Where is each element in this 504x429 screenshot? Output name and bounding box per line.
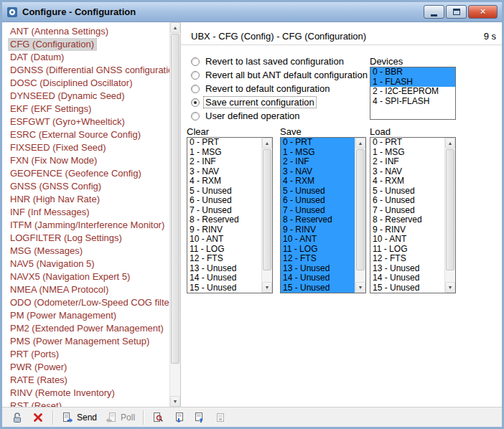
config-item[interactable]: 9 - RINV — [370, 225, 444, 235]
sidebar-item[interactable]: ODO (Odometer/Low-Speed COG filter) — [8, 296, 169, 309]
config-item[interactable]: 11 - LOG — [370, 245, 444, 255]
load-scrollbar[interactable]: ▲▼ — [444, 138, 455, 293]
device-item[interactable]: 4 - SPI-FLASH — [370, 97, 455, 107]
save-scroll-track[interactable] — [355, 148, 365, 282]
sidebar-item[interactable]: RATE (Rates) — [8, 374, 169, 387]
config-item[interactable]: 9 - RINV — [187, 225, 261, 235]
sidebar-item[interactable]: LOGFILTER (Log Settings) — [8, 232, 169, 245]
config-item[interactable]: 13 - Unused — [187, 264, 261, 274]
scroll-thumb[interactable] — [263, 149, 271, 270]
scroll-up-icon[interactable]: ▲ — [262, 138, 272, 148]
scroll-down-icon[interactable]: ▼ — [262, 282, 272, 293]
sidebar-item[interactable]: CFG (Configuration) — [8, 38, 169, 51]
record-icon[interactable] — [214, 411, 227, 424]
config-item[interactable]: 4 - RXM — [187, 176, 261, 187]
sidebar-item[interactable]: RST (Reset) — [8, 400, 169, 407]
scroll-down-icon[interactable]: ▼ — [445, 282, 455, 293]
config-item[interactable]: 6 - Unused — [370, 196, 444, 206]
sidebar-item[interactable]: PRT (Ports) — [8, 348, 169, 361]
scroll-down-icon[interactable]: ▼ — [170, 396, 180, 407]
sidebar-item[interactable]: DYNSEED (Dynamic Seed) — [8, 90, 169, 103]
titlebar[interactable]: Configure - Configuration ✕ — [2, 2, 502, 22]
radio-revert-all-but-ant-default-configuration[interactable]: Revert all but ANT default configuration — [191, 68, 369, 82]
config-item[interactable]: 12 - FTS — [281, 254, 355, 264]
config-item[interactable]: 2 - INF — [370, 157, 444, 167]
radio-revert-to-default-configuration[interactable]: Revert to default configuration — [191, 82, 369, 95]
radio-revert-to-last-saved-configuration[interactable]: Revert to last saved configuration — [191, 55, 369, 68]
load-listbox[interactable]: 0 - PRT1 - MSG2 - INF3 - NAV4 - RXM5 - U… — [370, 137, 456, 293]
config-item[interactable]: 5 - Unused — [187, 187, 261, 197]
config-item[interactable]: 14 - Unused — [370, 273, 444, 283]
scroll-thumb[interactable] — [356, 149, 365, 270]
poll-button[interactable]: Poll — [105, 411, 135, 424]
sidebar-item[interactable]: ITFM (Jamming/Interference Monitor) — [8, 219, 169, 232]
maximize-button[interactable] — [446, 5, 467, 19]
config-item[interactable]: 2 - INF — [281, 157, 355, 167]
send-button[interactable]: Send — [61, 411, 97, 424]
clear-listbox[interactable]: 0 - PRT1 - MSG2 - INF3 - NAV4 - RXM5 - U… — [187, 137, 273, 293]
save-listbox[interactable]: 0 - PRT1 - MSG2 - INF3 - NAV4 - RXM5 - U… — [280, 137, 366, 293]
sidebar-item[interactable]: PMS (Power Management Setup) — [8, 335, 169, 348]
config-item[interactable]: 10 - ANT — [187, 235, 261, 245]
config-item[interactable]: 1 - MSG — [370, 148, 444, 158]
sidebar-item[interactable]: ESRC (External Source Config) — [8, 128, 169, 141]
sidebar-item[interactable]: NAVX5 (Navigation Expert 5) — [8, 270, 169, 283]
close-button[interactable]: ✕ — [468, 5, 498, 19]
load-config-icon[interactable] — [172, 411, 185, 424]
scroll-up-icon[interactable]: ▲ — [355, 138, 365, 148]
config-item[interactable]: 10 - ANT — [370, 235, 444, 245]
minimize-button[interactable] — [424, 5, 444, 19]
device-item[interactable]: 2 - I2C-EEPROM — [370, 87, 455, 97]
sidebar-item[interactable]: FIXSEED (Fixed Seed) — [8, 141, 169, 154]
sidebar-item[interactable]: GNSS (GNSS Config) — [8, 180, 169, 193]
lock-icon[interactable] — [11, 411, 24, 424]
sidebar-item[interactable]: ESFGWT (Gyro+Wheeltick) — [8, 116, 169, 128]
devices-listbox[interactable]: 0 - BBR1 - FLASH2 - I2C-EEPROM4 - SPI-FL… — [370, 67, 456, 120]
scroll-up-icon[interactable]: ▲ — [445, 138, 455, 148]
config-item[interactable]: 13 - Unused — [370, 264, 444, 274]
sidebar-item[interactable]: HNR (High Nav Rate) — [8, 193, 169, 206]
config-item[interactable]: 4 - RXM — [281, 176, 355, 187]
config-item[interactable]: 6 - Unused — [187, 196, 261, 206]
config-item[interactable]: 7 - Unused — [187, 206, 261, 216]
config-item[interactable]: 9 - RINV — [281, 225, 355, 235]
sidebar-item[interactable]: DAT (Datum) — [8, 51, 169, 64]
sidebar-item[interactable]: MSG (Messages) — [8, 245, 169, 258]
config-item[interactable]: 6 - Unused — [281, 196, 355, 206]
config-item[interactable]: 10 - ANT — [281, 235, 355, 245]
poll-once-icon[interactable] — [151, 411, 164, 424]
radio-save-current-configuration[interactable]: Save current configuration — [191, 95, 369, 109]
config-item[interactable]: 0 - PRT — [370, 138, 444, 148]
config-item[interactable]: 3 - NAV — [370, 167, 444, 177]
sidebar-item[interactable]: RINV (Remote Inventory) — [8, 387, 169, 400]
sidebar-item[interactable]: PM (Power Management) — [8, 309, 169, 322]
device-item[interactable]: 0 - BBR — [370, 67, 455, 77]
config-item[interactable]: 0 - PRT — [281, 138, 355, 148]
config-item[interactable]: 0 - PRT — [187, 138, 261, 148]
scroll-thumb[interactable] — [446, 149, 454, 270]
scroll-thumb[interactable] — [171, 34, 179, 364]
config-item[interactable]: 15 - Unused — [281, 283, 355, 293]
config-item[interactable]: 15 - Unused — [370, 283, 444, 293]
clear-scroll-track[interactable] — [262, 148, 272, 282]
config-item[interactable]: 5 - Unused — [370, 187, 444, 197]
scroll-down-icon[interactable]: ▼ — [355, 282, 365, 293]
config-item[interactable]: 11 - LOG — [281, 245, 355, 255]
config-item[interactable]: 8 - Reserved — [281, 215, 355, 225]
sidebar-item[interactable]: NAV5 (Navigation 5) — [8, 258, 169, 270]
clear-icon[interactable] — [32, 411, 45, 424]
save-config-icon[interactable] — [193, 411, 206, 424]
sidebar-item[interactable]: DOSC (Disciplined Oscillator) — [8, 77, 169, 90]
load-scroll-track[interactable] — [445, 148, 455, 282]
sidebar-item[interactable]: NMEA (NMEA Protocol) — [8, 283, 169, 296]
config-item[interactable]: 1 - MSG — [281, 148, 355, 158]
radio-user-defined-operation[interactable]: User defined operation — [191, 109, 369, 123]
config-item[interactable]: 12 - FTS — [370, 254, 444, 264]
config-item[interactable]: 11 - LOG — [187, 245, 261, 255]
sidebar-item[interactable]: GEOFENCE (Geofence Config) — [8, 167, 169, 180]
sidebar-item[interactable]: PM2 (Extended Power Management) — [8, 322, 169, 335]
config-item[interactable]: 2 - INF — [187, 157, 261, 167]
config-item[interactable]: 5 - Unused — [281, 187, 355, 197]
scroll-up-icon[interactable]: ▲ — [170, 22, 180, 33]
sidebar-item[interactable]: FXN (Fix Now Mode) — [8, 154, 169, 167]
